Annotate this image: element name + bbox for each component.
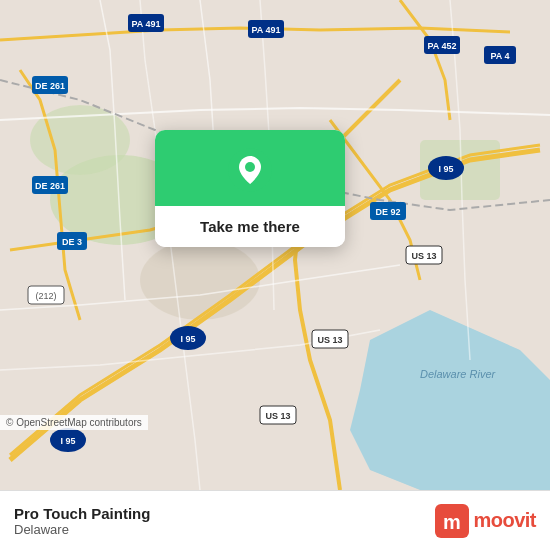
svg-text:DE 3: DE 3 (62, 237, 82, 247)
svg-text:I 95: I 95 (60, 436, 75, 446)
svg-text:(212): (212) (35, 291, 56, 301)
popup-green-header (155, 130, 345, 206)
footer-title: Pro Touch Painting (14, 505, 150, 522)
footer-info: Pro Touch Painting Delaware (14, 505, 150, 537)
svg-text:US 13: US 13 (265, 411, 290, 421)
svg-text:Delaware River: Delaware River (420, 368, 497, 380)
footer-subtitle: Delaware (14, 522, 150, 537)
popup-card: Take me there (155, 130, 345, 247)
map-container: PA 491 PA 491 PA 452 DE 261 DE 261 I 95 … (0, 0, 550, 490)
svg-text:DE 261: DE 261 (35, 81, 65, 91)
svg-point-38 (245, 162, 255, 172)
moovit-m-icon: m (435, 504, 469, 538)
svg-text:PA 491: PA 491 (131, 19, 160, 29)
svg-text:US 13: US 13 (411, 251, 436, 261)
svg-text:I 95: I 95 (438, 164, 453, 174)
svg-text:DE 261: DE 261 (35, 181, 65, 191)
svg-text:m: m (444, 511, 462, 533)
moovit-text: moovit (473, 509, 536, 532)
copyright-bar: © OpenStreetMap contributors (0, 415, 148, 430)
svg-text:I 95: I 95 (180, 334, 195, 344)
svg-text:US 13: US 13 (317, 335, 342, 345)
svg-text:PA 491: PA 491 (251, 25, 280, 35)
svg-text:PA 452: PA 452 (427, 41, 456, 51)
svg-text:PA 4: PA 4 (490, 51, 509, 61)
svg-point-5 (140, 240, 260, 320)
moovit-logo[interactable]: m moovit (435, 504, 536, 538)
copyright-text: © OpenStreetMap contributors (6, 417, 142, 428)
svg-text:DE 92: DE 92 (375, 207, 400, 217)
footer: Pro Touch Painting Delaware m moovit (0, 490, 550, 550)
take-me-there-button[interactable]: Take me there (155, 206, 345, 247)
location-pin-icon (228, 148, 272, 192)
